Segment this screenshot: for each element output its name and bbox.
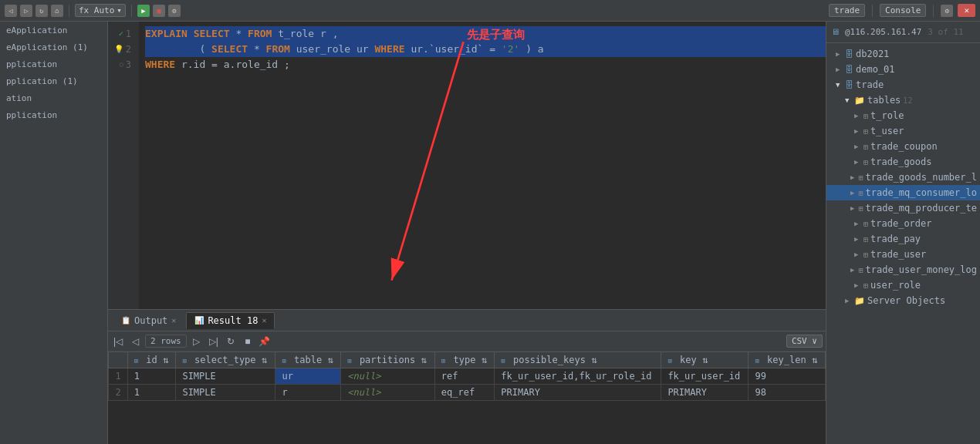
result-table: ⊞ id ⇅ ⊞ select_type ⇅ ⊞ tab [108, 352, 826, 401]
col-kl-sort[interactable]: ⇅ [812, 355, 817, 365]
left-item-2[interactable]: pplication [0, 56, 107, 72]
tree-db-db2021[interactable]: ▶ 🗄 db2021 [826, 46, 980, 62]
code-content[interactable]: EXPLAIN SELECT * FROM t_role r , ( SELEC… [139, 22, 826, 309]
console-badge[interactable]: Console [880, 4, 926, 17]
refresh-icon[interactable]: ↻ [35, 5, 48, 17]
trade-user-label: trade_user [870, 249, 926, 260]
stop-btn[interactable]: ■ [241, 335, 255, 348]
sep4 [933, 5, 934, 17]
left-item-0[interactable]: eApplication [0, 22, 107, 39]
next-page-btn[interactable]: ▷ [190, 335, 204, 348]
trade-badge[interactable]: trade [829, 4, 865, 17]
first-page-btn[interactable]: |◁ [111, 335, 125, 348]
row2-possible-keys[interactable]: PRIMARY [495, 385, 661, 401]
fx-auto-dropdown[interactable]: fx Auto ▾ [75, 4, 126, 17]
col-st-label: select_type [194, 355, 255, 365]
tree-table-trade-mq-producer[interactable]: ▶ ⊞ trade_mq_producer_te [826, 200, 980, 216]
col-p-sort[interactable]: ⇅ [421, 355, 426, 365]
stop-icon[interactable]: ■ [153, 5, 165, 17]
tab-output-close[interactable]: ✕ [171, 316, 176, 325]
csv-button[interactable]: CSV ∨ [786, 335, 823, 348]
trade-mq-producer-label: trade_mq_producer_te [866, 203, 978, 214]
tree-table-trade-pay[interactable]: ▶ ⊞ trade_pay [826, 231, 980, 247]
result-table-wrap[interactable]: ⊞ id ⇅ ⊞ select_type ⇅ ⊞ tab [108, 352, 826, 444]
row2-key[interactable]: PRIMARY [661, 385, 749, 401]
tree-table-t-role[interactable]: ▶ ⊞ t_role [826, 108, 980, 123]
left-item-4[interactable]: ation [0, 89, 107, 106]
back-icon[interactable]: ◁ [5, 5, 17, 17]
bottom-panel: 📋 Output ✕ 📊 Result 18 ✕ |◁ ◁ 2 rows ▷ ▷… [108, 309, 826, 444]
db2021-icon: 🗄 [845, 49, 853, 59]
settings-icon[interactable]: ⚙ [941, 5, 953, 17]
run-icon[interactable]: ▶ [137, 5, 150, 17]
tree-table-trade-goods-num[interactable]: ▶ ⊞ trade_goods_number_l [826, 170, 980, 185]
server-objects-label: Server Objects [867, 295, 945, 306]
row1-id[interactable]: 1 [127, 368, 176, 385]
tree-folder-tables[interactable]: ▼ 📁 tables 12 [826, 92, 980, 108]
refresh-btn[interactable]: ↻ [224, 335, 238, 348]
col-k-sort[interactable]: ⇅ [702, 355, 708, 365]
col-type: ⊞ type ⇅ [434, 352, 494, 368]
tree-table-user-role[interactable]: ▶ ⊞ user_role [826, 278, 980, 293]
row2-type[interactable]: eq_ref [434, 385, 494, 401]
line-row-3: ○ 3 [108, 57, 136, 72]
left-item-1[interactable]: eApplication (1) [0, 39, 107, 56]
prev-page-btn[interactable]: ◁ [128, 335, 142, 348]
row2-partitions[interactable]: <null> [341, 385, 435, 401]
trade-pay-icon: ⊞ [863, 235, 868, 244]
left-item-3[interactable]: pplication (1) [0, 72, 107, 89]
home-icon[interactable]: ⌂ [51, 5, 63, 17]
kw-select: SELECT [194, 28, 230, 39]
row2-key-len[interactable]: 98 [749, 385, 826, 401]
trade-goods-icon: ⊞ [863, 158, 868, 166]
tree-table-trade-goods[interactable]: ▶ ⊞ trade_goods [826, 154, 980, 170]
tree-table-trade-coupon[interactable]: ▶ ⊞ trade_coupon [826, 139, 980, 154]
col-t-sort[interactable]: ⇅ [327, 355, 333, 365]
debug-icon[interactable]: ⚙ [168, 5, 181, 17]
row1-select-type[interactable]: SIMPLE [176, 368, 275, 385]
tree-folder-server-objects[interactable]: ▶ 📁 Server Objects [826, 293, 980, 308]
row2-table[interactable]: r [275, 385, 341, 401]
trade-goods-num-icon: ⊞ [858, 173, 863, 182]
col-key: ⊞ key ⇅ [661, 352, 749, 368]
sql-editor[interactable]: 先是子查询 ✓ 1 💡 2 [108, 22, 826, 309]
tab-result[interactable]: 📊 Result 18 ✕ [186, 312, 275, 329]
tab-result-close[interactable]: ✕ [262, 316, 266, 325]
tree-table-trade-mq-consumer[interactable]: ▶ ⊞ trade_mq_consumer_lo [826, 185, 980, 200]
tree-table-trade-order[interactable]: ▶ ⊞ trade_order [826, 216, 980, 231]
col-id-label: id [146, 355, 157, 365]
col-id-sort[interactable]: ⇅ [163, 355, 168, 365]
tree-db-demo01[interactable]: ▶ 🗄 demo_01 [826, 62, 980, 77]
code-line-1: EXPLAIN SELECT * FROM t_role r , [145, 26, 826, 42]
row1-table[interactable]: ur [275, 368, 341, 385]
row2-id[interactable]: 1 [127, 385, 176, 401]
col-ty-sort[interactable]: ⇅ [482, 355, 487, 365]
trade-order-label: trade_order [870, 218, 931, 229]
forward-icon[interactable]: ▷ [20, 5, 32, 17]
col-kl-label: key_len [767, 355, 806, 365]
pin-btn[interactable]: 📌 [258, 335, 272, 348]
col-st-sort[interactable]: ⇅ [262, 355, 267, 365]
row1-partitions[interactable]: <null> [341, 368, 435, 385]
row1-possible-keys[interactable]: fk_ur_user_id,fk_ur_role_id [495, 368, 661, 385]
row2-select-type[interactable]: SIMPLE [176, 385, 275, 401]
col-pk-sort[interactable]: ⇅ [591, 355, 596, 365]
trade-icon: 🗄 [845, 80, 853, 90]
row1-type[interactable]: ref [434, 368, 494, 385]
db2021-label: db2021 [856, 49, 889, 59]
tree-table-t-user[interactable]: ▶ ⊞ t_user [826, 123, 980, 139]
tree-table-trade-user-money[interactable]: ▶ ⊞ trade_user_money_log [826, 262, 980, 278]
row1-key-len[interactable]: 99 [749, 368, 826, 385]
last-page-btn[interactable]: ▷| [207, 335, 221, 348]
kw-from2: FROM [266, 43, 290, 55]
col-pk-label: possible_keys [513, 355, 586, 365]
tree-db-trade[interactable]: ▼ 🗄 trade [826, 77, 980, 92]
tree-table-trade-user[interactable]: ▶ ⊞ trade_user [826, 247, 980, 262]
col-id-icon: ⊞ [134, 357, 138, 365]
tab-output[interactable]: 📋 Output ✕ [113, 312, 184, 329]
col-k-icon: ⊞ [667, 357, 671, 365]
row1-key[interactable]: fk_ur_user_id [661, 368, 749, 385]
db-tree[interactable]: ▶ 🗄 db2021 ▶ 🗄 demo_01 ▼ 🗄 trade ▼ [826, 43, 980, 444]
close-button[interactable]: ✕ [958, 4, 975, 17]
left-item-5[interactable]: pplication [0, 106, 107, 123]
